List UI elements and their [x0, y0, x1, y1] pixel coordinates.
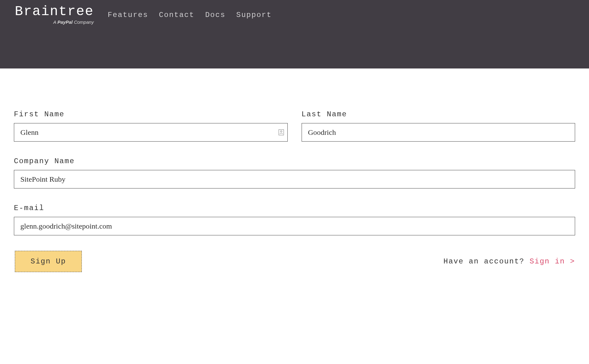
logo-main-text: Braintree: [15, 5, 94, 18]
form-group-first-name: First Name: [14, 110, 288, 142]
email-input-wrapper: [14, 217, 575, 235]
form-row-email: E-mail: [14, 204, 575, 235]
signup-form: First Name Last Name Company Name: [0, 68, 589, 272]
logo[interactable]: Braintree A PayPal Company: [15, 5, 94, 25]
signin-link[interactable]: Sign in >: [529, 257, 575, 266]
have-account-text: Have an account?: [444, 257, 530, 266]
first-name-input-wrapper: [14, 123, 288, 142]
form-row-company: Company Name: [14, 157, 575, 188]
signin-prompt: Have an account? Sign in >: [444, 257, 575, 266]
nav-docs[interactable]: Docs: [205, 11, 226, 19]
last-name-label: Last Name: [302, 110, 575, 118]
nav-features[interactable]: Features: [108, 11, 148, 19]
nav-support[interactable]: Support: [236, 11, 272, 19]
form-group-last-name: Last Name: [302, 110, 575, 142]
last-name-input[interactable]: [302, 123, 575, 142]
main-nav: Features Contact Docs Support: [108, 5, 272, 19]
first-name-label: First Name: [14, 110, 288, 118]
company-name-label: Company Name: [14, 157, 575, 165]
signup-button[interactable]: Sign Up: [15, 251, 82, 272]
first-name-input[interactable]: [14, 123, 288, 142]
form-group-company: Company Name: [14, 157, 575, 188]
header: Braintree A PayPal Company Features Cont…: [0, 0, 589, 68]
form-footer-row: Sign Up Have an account? Sign in >: [14, 251, 575, 272]
last-name-input-wrapper: [302, 123, 575, 142]
email-label: E-mail: [14, 204, 575, 212]
form-row-name: First Name Last Name: [14, 110, 575, 142]
form-group-email: E-mail: [14, 204, 575, 235]
company-name-input[interactable]: [14, 170, 575, 188]
company-input-wrapper: [14, 170, 575, 188]
nav-contact[interactable]: Contact: [159, 11, 194, 19]
logo-tagline: A PayPal Company: [53, 19, 94, 25]
paypal-brand-text: PayPal: [57, 19, 73, 25]
email-input[interactable]: [14, 217, 575, 235]
